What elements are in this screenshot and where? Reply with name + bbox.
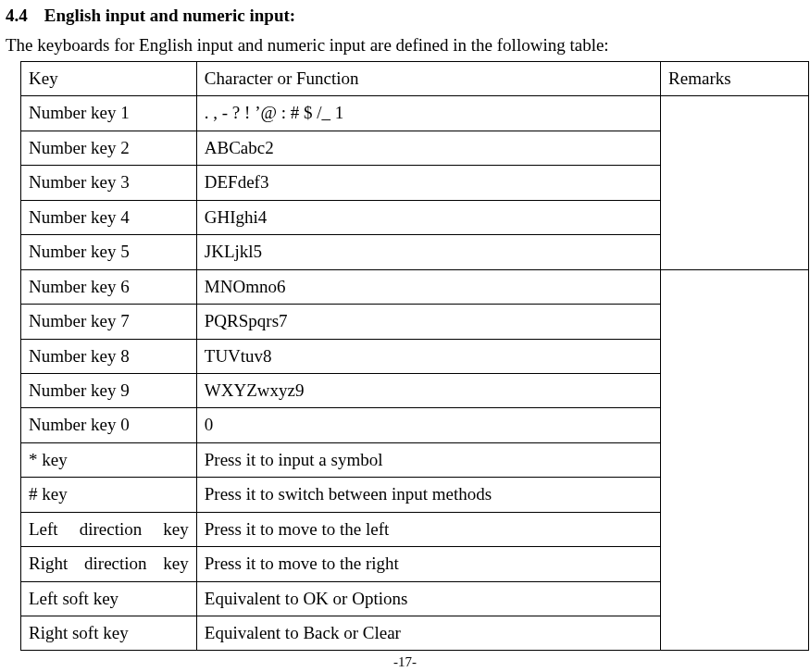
header-char: Character or Function <box>196 62 660 96</box>
cell-key: Left direction key <box>21 512 197 546</box>
cell-key: # key <box>21 478 197 512</box>
cell-char: ABCabc2 <box>196 131 660 165</box>
cell-char: WXYZwxyz9 <box>196 373 660 407</box>
section-title: English input and numeric input: <box>44 6 295 25</box>
page-number: -17- <box>4 654 806 670</box>
header-key: Key <box>21 62 197 96</box>
table-header-row: Key Character or Function Remarks <box>21 62 809 96</box>
keyboard-table: Key Character or Function Remarks Number… <box>20 61 809 651</box>
header-remarks: Remarks <box>661 62 809 96</box>
cell-key: Left soft key <box>21 581 197 616</box>
cell-key: * key <box>21 442 197 477</box>
cell-char: PQRSpqrs7 <box>196 305 660 339</box>
cell-char: Equivalent to OK or Options <box>196 581 660 616</box>
cell-char: 0 <box>196 408 660 442</box>
cell-key: Right direction key <box>21 547 197 581</box>
cell-char: . , - ? ! ’@ : # $ /_ 1 <box>196 96 660 131</box>
cell-key: Number key 9 <box>21 373 197 407</box>
section-heading: 4.4English input and numeric input: <box>4 6 806 26</box>
cell-char: DEFdef3 <box>196 166 660 200</box>
cell-char: Press it to input a symbol <box>196 442 660 477</box>
cell-char: Press it to switch between input methods <box>196 478 660 512</box>
table-row: Number key 1 . , - ? ! ’@ : # $ /_ 1 <box>21 96 809 131</box>
cell-key: Number key 5 <box>21 235 197 269</box>
cell-key: Number key 8 <box>21 339 197 373</box>
cell-char: Equivalent to Back or Clear <box>196 616 660 651</box>
cell-key: Number key 2 <box>21 131 197 165</box>
cell-char: MNOmno6 <box>196 269 660 304</box>
cell-key: Number key 0 <box>21 408 197 442</box>
section-number: 4.4 <box>6 6 28 26</box>
cell-char: Press it to move to the right <box>196 547 660 581</box>
cell-char: GHIghi4 <box>196 200 660 234</box>
cell-key: Number key 7 <box>21 305 197 339</box>
cell-remarks-group2 <box>661 269 809 651</box>
cell-key: Number key 6 <box>21 269 197 304</box>
cell-key: Number key 1 <box>21 96 197 131</box>
cell-key: Number key 3 <box>21 166 197 200</box>
intro-text: The keyboards for English input and nume… <box>4 35 806 56</box>
cell-char: Press it to move to the left <box>196 512 660 546</box>
cell-key: Right soft key <box>21 616 197 651</box>
cell-char: JKLjkl5 <box>196 235 660 269</box>
cell-key: Number key 4 <box>21 200 197 234</box>
table-row: Number key 6 MNOmno6 <box>21 269 809 304</box>
cell-char: TUVtuv8 <box>196 339 660 373</box>
cell-remarks-group1 <box>661 96 809 269</box>
